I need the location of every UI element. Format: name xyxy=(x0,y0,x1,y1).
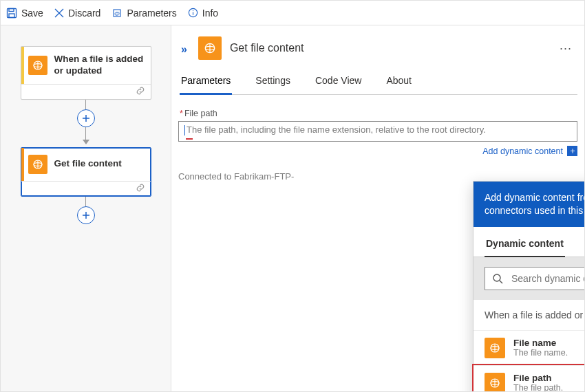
svg-rect-2 xyxy=(9,14,14,18)
panel-title: Get file content xyxy=(230,42,304,54)
picker-tab-dynamic[interactable]: Dynamic content xyxy=(485,234,565,257)
close-icon xyxy=(54,8,64,18)
save-icon xyxy=(6,8,17,19)
save-label: Save xyxy=(21,8,43,19)
link-icon xyxy=(136,86,145,98)
ftp-icon xyxy=(198,36,222,60)
tab-about[interactable]: About xyxy=(385,69,413,94)
designer-canvas[interactable]: When a file is added or updated Get file… xyxy=(1,25,171,392)
arrow-down-icon xyxy=(83,140,89,144)
picker-item-name: File path xyxy=(513,373,563,383)
file-path-label: *File path xyxy=(180,109,577,118)
file-path-input[interactable]: The file path, including the file name e… xyxy=(178,121,577,142)
connector-line xyxy=(85,100,86,109)
picker-item-name: File name xyxy=(513,338,568,348)
svg-rect-1 xyxy=(9,8,14,11)
picker-group-header: When a file is added or updated See more xyxy=(474,300,585,330)
tab-settings[interactable]: Settings xyxy=(254,69,292,94)
trigger-card[interactable]: When a file is added or updated xyxy=(21,46,151,100)
svg-text:@: @ xyxy=(114,10,120,17)
ftp-icon xyxy=(485,338,505,358)
add-step-button[interactable] xyxy=(77,206,95,224)
action-card[interactable]: Get file content xyxy=(21,147,151,197)
info-button[interactable]: Info xyxy=(188,8,218,19)
picker-item[interactable]: File nameThe file name. xyxy=(474,330,585,365)
save-button[interactable]: Save xyxy=(6,8,43,19)
connection-info: Connected to Fabrikam-FTP- xyxy=(178,171,577,182)
info-icon xyxy=(188,8,198,18)
picker-search[interactable] xyxy=(485,267,585,290)
svg-point-23 xyxy=(493,274,500,281)
picker-tabs: Dynamic content Expression xyxy=(474,227,585,257)
tab-code-view[interactable]: Code View xyxy=(314,69,363,94)
parameters-label: Parameters xyxy=(127,8,176,19)
collapse-panel-button[interactable]: » xyxy=(178,43,190,56)
trigger-title: When a file is added or updated xyxy=(54,54,144,77)
parameters-icon: @ xyxy=(111,8,123,19)
connector-line xyxy=(85,127,86,140)
connector-line xyxy=(85,197,86,206)
search-icon xyxy=(492,273,503,284)
parameters-button[interactable]: @ Parameters xyxy=(111,8,176,19)
svg-point-9 xyxy=(193,10,193,11)
svg-line-24 xyxy=(500,281,502,283)
tab-parameters[interactable]: Parameters xyxy=(180,69,232,95)
spellcheck-underline xyxy=(186,138,193,140)
properties-panel: » Get file content ··· Parameters Settin… xyxy=(171,25,584,392)
dynamic-content-picker: Add dynamic content from the apps and co… xyxy=(473,181,585,392)
picker-header: Add dynamic content from the apps and co… xyxy=(474,182,585,227)
picker-item-desc: The file path. xyxy=(513,383,563,392)
ftp-icon xyxy=(28,155,47,174)
panel-more-button[interactable]: ··· xyxy=(560,41,572,56)
link-icon xyxy=(136,183,145,195)
picker-item[interactable]: File pathThe file path. xyxy=(474,365,585,392)
card-accent xyxy=(21,47,24,84)
ftp-icon xyxy=(28,56,47,75)
add-step-button[interactable] xyxy=(77,109,95,127)
plus-icon: ＋ xyxy=(567,146,577,156)
card-accent xyxy=(21,148,24,181)
ftp-icon xyxy=(485,373,505,392)
info-label: Info xyxy=(202,8,218,19)
discard-label: Discard xyxy=(68,8,100,19)
panel-tabs: Parameters Settings Code View About xyxy=(180,69,577,95)
action-title: Get file content xyxy=(54,158,122,170)
command-bar: Save Discard @ Parameters Info xyxy=(1,1,584,25)
discard-button[interactable]: Discard xyxy=(54,8,100,19)
picker-item-desc: The file name. xyxy=(513,348,568,358)
picker-search-input[interactable] xyxy=(510,272,585,285)
add-dynamic-content-link[interactable]: Add dynamic content ＋ xyxy=(178,146,577,156)
